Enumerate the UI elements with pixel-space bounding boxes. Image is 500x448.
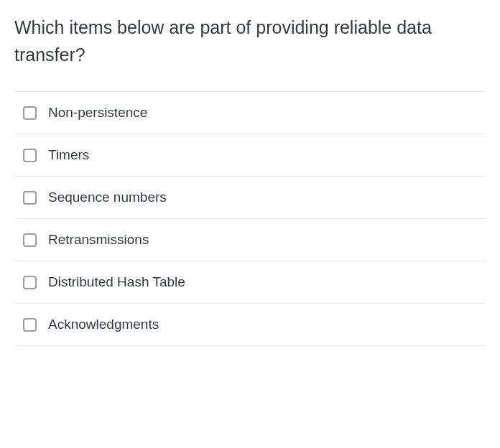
option-row[interactable]: Distributed Hash Table <box>14 261 486 304</box>
option-label: Non-persistence <box>48 105 147 121</box>
checkbox[interactable] <box>23 149 37 162</box>
option-label: Acknowledgments <box>48 317 159 332</box>
option-label: Retransmissions <box>48 232 149 248</box>
checkbox[interactable] <box>23 106 37 120</box>
option-row[interactable]: Non-persistence <box>14 92 486 134</box>
option-label: Sequence numbers <box>48 190 167 205</box>
option-row[interactable]: Timers <box>14 134 486 177</box>
option-row[interactable]: Sequence numbers <box>14 177 486 219</box>
checkbox[interactable] <box>23 276 37 289</box>
option-label: Distributed Hash Table <box>48 274 185 290</box>
option-label: Timers <box>48 147 89 163</box>
checkbox[interactable] <box>23 191 37 205</box>
question-text: Which items below are part of providing … <box>14 14 486 68</box>
options-list: Non-persistence Timers Sequence numbers … <box>14 91 486 346</box>
option-row[interactable]: Retransmissions <box>14 219 486 261</box>
option-row[interactable]: Acknowledgments <box>14 304 486 346</box>
checkbox[interactable] <box>23 233 37 247</box>
checkbox[interactable] <box>23 318 37 332</box>
